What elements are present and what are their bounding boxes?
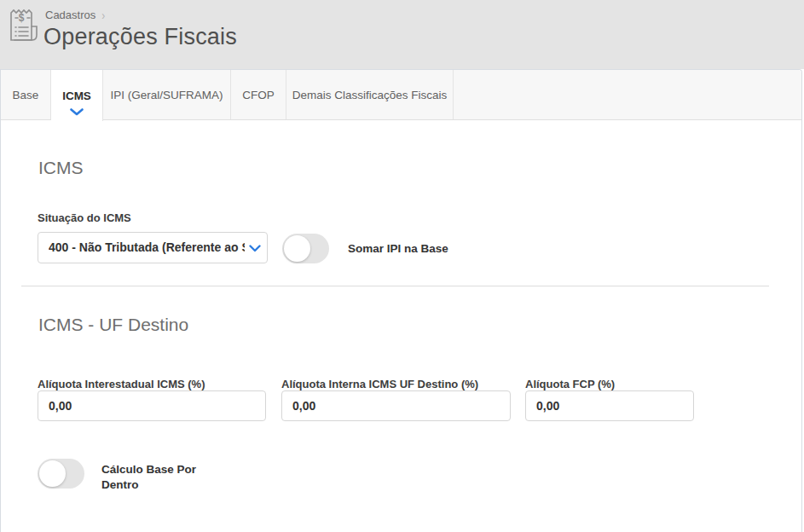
chevron-down-icon	[249, 245, 261, 252]
situacao-icms-selected-value: 400 - Não Tributada (Referente ao Simp	[49, 233, 245, 263]
page-title: Operações Fiscais	[43, 24, 237, 50]
tab-content-icms: ICMS Situação do ICMS 400 - Não Tributad…	[1, 120, 801, 531]
tab-base[interactable]: Base	[1, 70, 51, 119]
section-divider	[21, 286, 769, 286]
tab-demais-classificacoes-fiscais[interactable]: Demais Classificações Fiscais	[286, 70, 454, 119]
tab-ipi-geral-suframa[interactable]: IPI (Geral/SUFRAMA)	[103, 70, 231, 119]
section-heading-icms-uf-destino: ICMS - UF Destino	[38, 315, 188, 335]
tab-bar: Base ICMS IPI (Geral/SUFRAMA) CFOP Demai…	[1, 70, 801, 120]
aliquota-interna-icms-uf-destino-label: Alíquota Interna ICMS UF Destino (%)	[281, 378, 478, 390]
section-heading-icms: ICMS	[38, 158, 84, 178]
aliquota-interestadual-icms-label: Alíquota Interestadual ICMS (%)	[38, 378, 205, 390]
tab-cfop[interactable]: CFOP	[231, 70, 286, 119]
calculo-base-por-dentro-toggle[interactable]	[38, 459, 84, 489]
situacao-icms-select[interactable]: 400 - Não Tributada (Referente ao Simp	[38, 232, 268, 263]
chevron-right-icon: ›	[101, 8, 105, 22]
breadcrumb[interactable]: Cadastros ›	[45, 9, 105, 21]
aliquota-fcp-label: Alíquota FCP (%)	[525, 378, 615, 390]
tab-icms[interactable]: ICMS	[51, 70, 103, 121]
aliquota-interna-icms-uf-destino-input[interactable]	[281, 390, 511, 421]
main-panel: Base ICMS IPI (Geral/SUFRAMA) CFOP Demai…	[0, 69, 802, 532]
aliquota-interestadual-icms-input[interactable]	[38, 390, 266, 421]
situacao-icms-label: Situação do ICMS	[38, 211, 131, 224]
calculo-base-por-dentro-label: Cálculo Base Por Dentro	[101, 462, 208, 493]
toggle-knob	[284, 235, 310, 262]
somar-ipi-na-base-toggle[interactable]	[282, 234, 329, 263]
chevron-down-icon	[70, 108, 84, 116]
page-header: $ Cadastros › Operações Fiscais	[0, 0, 804, 69]
breadcrumb-item-cadastros[interactable]: Cadastros	[45, 9, 95, 21]
svg-text:$: $	[19, 12, 25, 24]
toggle-knob	[39, 460, 66, 487]
aliquota-fcp-input[interactable]	[525, 390, 694, 421]
receipt-dollar-icon: $	[6, 6, 43, 49]
somar-ipi-na-base-label: Somar IPI na Base	[348, 234, 448, 263]
